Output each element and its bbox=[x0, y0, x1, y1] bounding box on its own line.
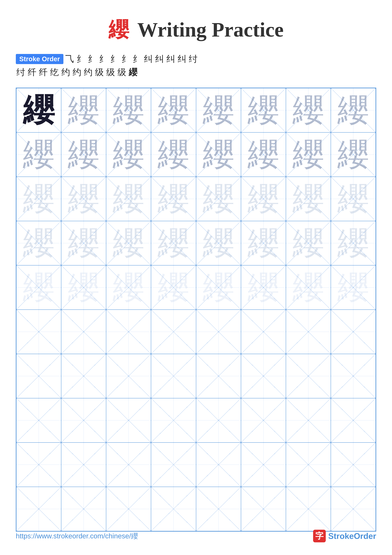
grid-cell[interactable] bbox=[241, 398, 286, 443]
grid-cell[interactable] bbox=[196, 354, 241, 398]
grid-cell[interactable] bbox=[61, 487, 106, 531]
grid-cell[interactable]: 纓 bbox=[16, 177, 61, 221]
grid-cell[interactable]: 纓 bbox=[241, 177, 286, 221]
grid-cell[interactable]: 纓 bbox=[151, 221, 196, 265]
grid-cell[interactable]: 纓 bbox=[106, 132, 151, 177]
grid-cell[interactable]: 纓 bbox=[241, 132, 286, 177]
grid-cell[interactable] bbox=[61, 310, 106, 354]
grid-cell[interactable]: 纓 bbox=[16, 221, 61, 265]
grid-cell[interactable] bbox=[241, 354, 286, 398]
grid-cell[interactable] bbox=[106, 398, 151, 443]
grid-cell[interactable]: 纓 bbox=[151, 177, 196, 221]
grid-cell[interactable]: 纓 bbox=[151, 265, 196, 310]
title-char: 纓 bbox=[108, 18, 129, 41]
grid-cell[interactable]: 纓 bbox=[196, 265, 241, 310]
grid-cell[interactable]: 纓 bbox=[61, 132, 106, 177]
grid-cell[interactable]: 纓 bbox=[331, 265, 376, 310]
grid-cell[interactable]: 纓 bbox=[61, 221, 106, 265]
grid-cell[interactable]: 纓 bbox=[196, 221, 241, 265]
grid-cell[interactable] bbox=[16, 398, 61, 443]
grid-cell[interactable] bbox=[16, 487, 61, 531]
grid-cell[interactable] bbox=[331, 487, 376, 531]
grid-cell[interactable] bbox=[106, 310, 151, 354]
grid-cell[interactable]: 纓 bbox=[106, 265, 151, 310]
grid-cell[interactable] bbox=[331, 310, 376, 354]
practice-char: 纓 bbox=[68, 272, 100, 303]
grid-cell[interactable]: 纓 bbox=[196, 177, 241, 221]
grid-cell[interactable] bbox=[151, 354, 196, 398]
grid-cell[interactable]: 纓 bbox=[151, 132, 196, 177]
title-suffix: Writing Practice bbox=[132, 18, 284, 41]
grid-cell[interactable] bbox=[286, 354, 331, 398]
grid-cell[interactable] bbox=[61, 443, 106, 487]
grid-cell[interactable]: 纓 bbox=[196, 88, 241, 132]
grid-cell[interactable]: 纓 bbox=[196, 132, 241, 177]
stroke-char-1: ⺄ bbox=[65, 53, 74, 65]
grid-cell[interactable] bbox=[106, 354, 151, 398]
grid-cell[interactable] bbox=[61, 398, 106, 443]
grid-cell[interactable]: 纓 bbox=[331, 132, 376, 177]
stroke-order-badge: Stroke Order bbox=[16, 54, 64, 64]
practice-char: 纓 bbox=[203, 227, 234, 259]
grid-cell[interactable] bbox=[151, 398, 196, 443]
grid-cell[interactable]: 纓 bbox=[241, 88, 286, 132]
grid-cell[interactable] bbox=[16, 443, 61, 487]
grid-cell[interactable] bbox=[241, 443, 286, 487]
grid-cell[interactable]: 纓 bbox=[61, 88, 106, 132]
grid-cell[interactable] bbox=[241, 310, 286, 354]
grid-cell[interactable]: 纓 bbox=[16, 132, 61, 177]
grid-cell[interactable] bbox=[241, 487, 286, 531]
grid-cell[interactable] bbox=[106, 443, 151, 487]
grid-cell[interactable]: 纓 bbox=[331, 177, 376, 221]
stroke-char-4: 纟 bbox=[99, 53, 108, 65]
practice-char: 纓 bbox=[23, 272, 55, 303]
grid-cell[interactable] bbox=[106, 487, 151, 531]
grid-cell[interactable]: 纓 bbox=[286, 221, 331, 265]
grid-cell[interactable] bbox=[61, 354, 106, 398]
grid-cell[interactable] bbox=[151, 310, 196, 354]
practice-char: 纓 bbox=[158, 227, 189, 259]
grid-cell[interactable] bbox=[331, 443, 376, 487]
grid-cell[interactable] bbox=[16, 354, 61, 398]
practice-char: 纓 bbox=[158, 183, 189, 215]
grid-cell[interactable]: 纓 bbox=[286, 88, 331, 132]
grid-cell[interactable]: 纓 bbox=[61, 265, 106, 310]
grid-cell[interactable] bbox=[196, 398, 241, 443]
practice-char: 纓 bbox=[113, 183, 144, 215]
practice-char: 纓 bbox=[337, 95, 369, 126]
grid-cell[interactable] bbox=[151, 487, 196, 531]
grid-cell[interactable]: 纓 bbox=[331, 221, 376, 265]
grid-cell[interactable] bbox=[286, 310, 331, 354]
grid-cell[interactable]: 纓 bbox=[286, 132, 331, 177]
footer-url[interactable]: https://www.strokeorder.com/chinese/纓 bbox=[16, 531, 138, 541]
grid-cell[interactable]: 纓 bbox=[286, 177, 331, 221]
grid-cell[interactable] bbox=[196, 310, 241, 354]
grid-cell[interactable]: 纓 bbox=[16, 88, 61, 132]
grid-cell[interactable]: 纓 bbox=[241, 265, 286, 310]
grid-cell[interactable] bbox=[286, 487, 331, 531]
grid-cell[interactable]: 纓 bbox=[106, 177, 151, 221]
grid-cell[interactable]: 纓 bbox=[61, 177, 106, 221]
grid-cell[interactable] bbox=[196, 443, 241, 487]
stroke-char-14: 纤 bbox=[28, 66, 36, 78]
grid-cell[interactable] bbox=[331, 398, 376, 443]
grid-cell[interactable]: 纓 bbox=[106, 88, 151, 132]
grid-cell[interactable]: 纓 bbox=[331, 88, 376, 132]
practice-char: 纓 bbox=[158, 272, 189, 303]
grid-cell[interactable] bbox=[151, 443, 196, 487]
grid-cell[interactable]: 纓 bbox=[151, 88, 196, 132]
grid-cell[interactable]: 纓 bbox=[241, 221, 286, 265]
grid-cell[interactable] bbox=[286, 443, 331, 487]
grid-cell[interactable] bbox=[331, 354, 376, 398]
practice-char: 纓 bbox=[337, 272, 369, 303]
grid-cell[interactable] bbox=[16, 310, 61, 354]
grid-cell[interactable] bbox=[196, 487, 241, 531]
grid-cell[interactable]: 纓 bbox=[286, 265, 331, 310]
stroke-char-21: 级 bbox=[106, 66, 115, 78]
grid-cell[interactable] bbox=[286, 398, 331, 443]
practice-char: 纓 bbox=[23, 139, 55, 170]
practice-char: 纓 bbox=[292, 227, 324, 259]
grid-cell[interactable]: 纓 bbox=[106, 221, 151, 265]
practice-char: 纓 bbox=[248, 183, 279, 215]
grid-cell[interactable]: 纓 bbox=[16, 265, 61, 310]
